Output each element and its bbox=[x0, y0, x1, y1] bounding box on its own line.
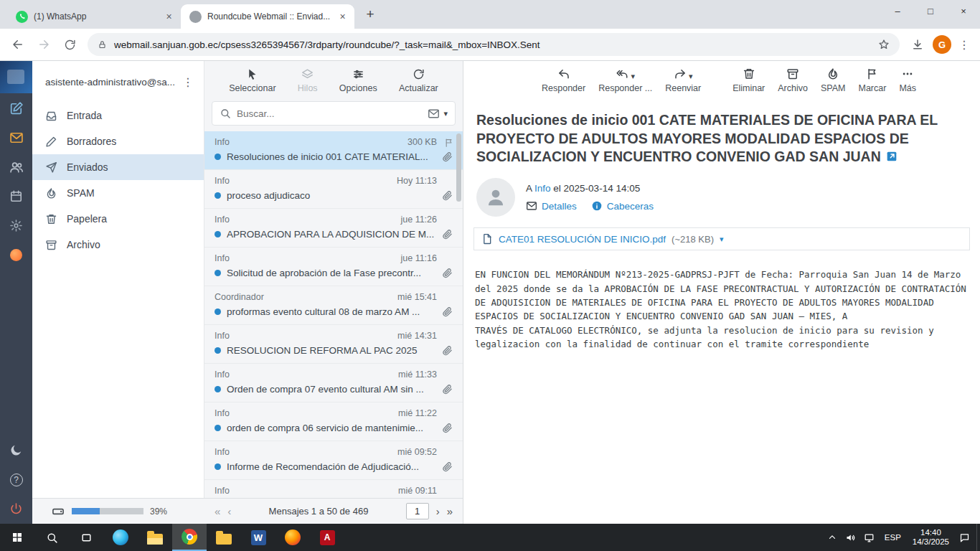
info-icon bbox=[591, 200, 603, 212]
cpanel-icon[interactable] bbox=[0, 240, 32, 270]
reply-all-button[interactable]: ▾Responder ... bbox=[598, 67, 652, 93]
message-list-item[interactable]: Infomié 09:11 bbox=[204, 480, 463, 498]
folder-item-borradores[interactable]: Borradores bbox=[32, 128, 204, 154]
edge-icon[interactable] bbox=[103, 524, 138, 551]
threads-button[interactable]: Hilos bbox=[298, 68, 318, 93]
message-list-item[interactable]: Infomié 09:52 Informe de Recomendación d… bbox=[204, 441, 463, 480]
browser-toolbar: webmail.sanjuan.gob.ec/cpsess3265394567/… bbox=[0, 29, 980, 61]
refresh-button[interactable]: Actualizar bbox=[399, 68, 438, 93]
more-button[interactable]: Más bbox=[899, 67, 916, 93]
forward-button[interactable]: ▾Reenviar bbox=[665, 67, 701, 93]
reload-button[interactable] bbox=[59, 34, 80, 55]
logout-power-icon[interactable] bbox=[0, 494, 32, 524]
folder-icon[interactable] bbox=[207, 524, 241, 551]
chrome-icon[interactable] bbox=[172, 524, 207, 551]
mark-button[interactable]: Marcar bbox=[858, 67, 886, 93]
attachment-menu-chevron-icon[interactable]: ▾ bbox=[720, 235, 724, 243]
delete-button[interactable]: Eliminar bbox=[732, 67, 765, 93]
reply-button[interactable]: Responder bbox=[542, 67, 585, 93]
minimize-button[interactable]: – bbox=[881, 0, 914, 22]
open-in-new-window-icon[interactable] bbox=[886, 151, 897, 162]
language-indicator[interactable]: ESP bbox=[879, 533, 907, 542]
attachment-name[interactable]: CATE01 RESOLUCIÓN DE INICIO.pdf bbox=[499, 234, 666, 245]
folder-label: Enviados bbox=[67, 161, 108, 173]
folder-item-spam[interactable]: SPAM bbox=[32, 180, 204, 206]
message-list-item[interactable]: Coordinadormié 15:41 proformas evento cu… bbox=[204, 286, 463, 325]
threads-icon bbox=[301, 68, 314, 80]
show-desktop-button[interactable] bbox=[976, 524, 980, 551]
select-button[interactable]: Seleccionar bbox=[229, 68, 275, 93]
details-toggle[interactable]: Detalles bbox=[526, 200, 577, 212]
downloads-icon[interactable] bbox=[907, 34, 928, 55]
taskbar-clock[interactable]: 14:4014/3/2025 bbox=[907, 528, 955, 547]
recipient-link[interactable]: Info bbox=[534, 183, 551, 194]
more-label: Más bbox=[899, 83, 916, 93]
page-number-input[interactable] bbox=[406, 503, 429, 519]
volume-icon[interactable] bbox=[842, 524, 860, 551]
folder-item-enviados[interactable]: Enviados bbox=[32, 154, 204, 180]
paperclip-icon bbox=[442, 345, 453, 356]
task-view-icon[interactable] bbox=[69, 524, 103, 551]
folder-item-archivo[interactable]: Archivo bbox=[32, 232, 204, 258]
browser-menu-icon[interactable]: ⋮ bbox=[956, 38, 973, 52]
message-list-item[interactable]: InfoHoy 11:13 proceso adjudicaco bbox=[204, 170, 463, 209]
site-info-icon[interactable] bbox=[98, 40, 107, 50]
tab-whatsapp[interactable]: (1) WhatsApp × bbox=[7, 4, 181, 29]
forward-button[interactable] bbox=[33, 34, 55, 55]
new-tab-button[interactable]: + bbox=[360, 4, 380, 24]
headers-toggle[interactable]: Cabeceras bbox=[591, 200, 654, 212]
message-subject-title: Resoluciones de inicio 001 CATE MATERIAL… bbox=[476, 111, 967, 166]
network-icon[interactable] bbox=[860, 524, 879, 551]
taskbar-search-icon[interactable] bbox=[34, 524, 69, 551]
folder-item-entrada[interactable]: Entrada bbox=[32, 103, 204, 128]
message-list-item[interactable]: Info300 KB Resoluciones de inicio 001 CA… bbox=[204, 131, 463, 170]
close-button[interactable]: × bbox=[947, 0, 980, 22]
folder-item-papelera[interactable]: Papelera bbox=[32, 206, 204, 232]
webmail-logo[interactable] bbox=[0, 61, 32, 93]
url-text[interactable]: webmail.sanjuan.gob.ec/cpsess3265394567/… bbox=[114, 39, 871, 50]
file-explorer-icon[interactable] bbox=[138, 524, 172, 551]
last-page-button[interactable]: » bbox=[447, 505, 453, 517]
tab-close-icon[interactable]: × bbox=[336, 11, 349, 23]
message-list-item[interactable]: Infojue 11:26 APROBACION PARA LA ADQUISI… bbox=[204, 209, 463, 248]
spam-button[interactable]: SPAM bbox=[821, 67, 846, 93]
browser-profile-avatar[interactable]: G bbox=[933, 35, 951, 54]
tab-roundcube[interactable]: Roundcube Webmail :: Enviad... × bbox=[181, 4, 354, 29]
bookmark-star-icon[interactable] bbox=[878, 39, 890, 50]
options-button[interactable]: Opciones bbox=[339, 68, 377, 93]
first-page-button[interactable]: « bbox=[215, 505, 220, 517]
acrobat-icon[interactable]: A bbox=[310, 524, 344, 551]
message-list-item[interactable]: Infomié 14:31 RESOLUCION DE REFORMA AL P… bbox=[204, 325, 463, 364]
word-icon[interactable]: W bbox=[241, 524, 275, 551]
time-text: 14:40 bbox=[920, 528, 941, 537]
maximize-button[interactable]: □ bbox=[914, 0, 947, 22]
settings-gear-icon[interactable] bbox=[0, 211, 32, 240]
message-list-item[interactable]: Infomié 11:22 orden de compra 06 servici… bbox=[204, 402, 463, 441]
hidden-icons-chevron-icon[interactable] bbox=[823, 524, 842, 551]
search-input[interactable] bbox=[237, 108, 422, 119]
next-page-button[interactable]: › bbox=[436, 505, 440, 517]
calendar-icon[interactable] bbox=[0, 182, 32, 211]
back-button[interactable] bbox=[7, 34, 29, 55]
url-bar[interactable]: webmail.sanjuan.gob.ec/cpsess3265394567/… bbox=[88, 33, 900, 56]
search-scope-selector[interactable]: ▾ bbox=[428, 108, 448, 120]
archive-button[interactable]: Archivo bbox=[778, 67, 808, 93]
prev-page-button[interactable]: ‹ bbox=[227, 505, 231, 517]
message-list-item[interactable]: Infojue 11:16 Solicitud de aprobación de… bbox=[204, 248, 463, 286]
contacts-icon[interactable] bbox=[0, 152, 32, 182]
paperclip-icon bbox=[442, 306, 453, 317]
message-list-item[interactable]: Infomié 11:33 Orden de compra 07 evento … bbox=[204, 364, 463, 402]
firefox-icon[interactable] bbox=[275, 524, 310, 551]
compose-icon[interactable] bbox=[0, 93, 32, 123]
start-button[interactable] bbox=[0, 524, 34, 551]
search-bar: ▾ bbox=[212, 101, 456, 126]
attachment-bar[interactable]: CATE01 RESOLUCIÓN DE INICIO.pdf (~218 KB… bbox=[473, 227, 970, 250]
dark-mode-moon-icon[interactable] bbox=[0, 435, 32, 465]
mail-icon[interactable] bbox=[0, 123, 32, 152]
action-center-icon[interactable] bbox=[955, 524, 974, 551]
account-menu-icon[interactable]: ⋮ bbox=[179, 75, 197, 89]
list-scrollbar[interactable] bbox=[456, 133, 461, 202]
tab-close-icon[interactable]: × bbox=[163, 11, 175, 23]
help-icon[interactable]: ? bbox=[0, 465, 32, 494]
archive-icon bbox=[786, 67, 799, 80]
